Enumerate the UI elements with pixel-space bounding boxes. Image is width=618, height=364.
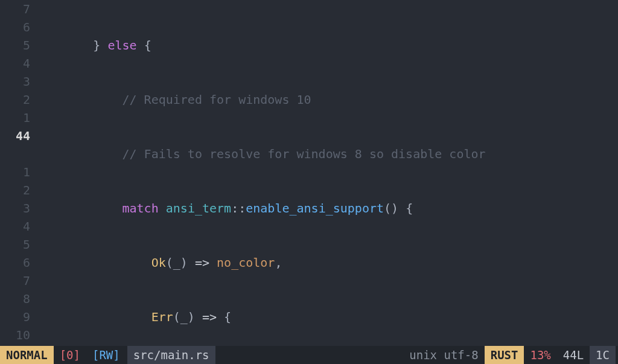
line-number: 1	[0, 109, 30, 127]
line-number: 10	[0, 326, 30, 344]
line-number: 7	[0, 272, 30, 290]
code-line[interactable]: // Required for windows 10	[35, 91, 618, 109]
encoding-indicator: unix utf-8	[403, 346, 484, 364]
current-line-number: 44	[0, 127, 30, 145]
line-number: 3	[0, 199, 30, 217]
line-number: 7	[0, 0, 30, 18]
code-area[interactable]: } else { // Required for windows 10 // F…	[35, 0, 618, 346]
editor-viewport[interactable]: 7 6 5 4 3 2 1 44 1 2 3 4 5 6 7 8 9 10 } …	[0, 0, 618, 346]
line-number-gutter: 7 6 5 4 3 2 1 44 1 2 3 4 5 6 7 8 9 10	[0, 0, 35, 346]
line-number: 6	[0, 254, 30, 272]
line-number: 2	[0, 181, 30, 199]
line-number: 6	[0, 18, 30, 36]
line-number: 4	[0, 217, 30, 235]
line-number: 5	[0, 235, 30, 254]
line-number: 1	[0, 163, 30, 181]
code-line[interactable]: // Fails to resolve for windows 8 so dis…	[35, 145, 618, 163]
status-bar: NORMAL [0] [RW] src/main.rs unix utf-8 R…	[0, 346, 618, 364]
column-indicator: 1C	[590, 346, 616, 364]
code-line[interactable]: Ok(_) => no_color,	[35, 254, 618, 272]
line-number: 5	[0, 36, 30, 54]
error-count: [0]	[54, 346, 86, 364]
line-number: 9	[0, 308, 30, 326]
code-line[interactable]: } else {	[35, 36, 618, 54]
line-number: 3	[0, 72, 30, 91]
readwrite-indicator: [RW]	[86, 346, 126, 364]
scroll-percent: 13%	[524, 346, 556, 364]
line-number	[0, 145, 30, 163]
mode-indicator: NORMAL	[0, 346, 54, 364]
code-line[interactable]: match ansi_term::enable_ansi_support() {	[35, 199, 618, 217]
language-indicator: RUST	[485, 346, 524, 364]
code-line[interactable]: Err(_) => {	[35, 308, 618, 326]
line-number: 8	[0, 290, 30, 308]
line-number: 4	[0, 54, 30, 72]
line-count: 44L	[557, 346, 590, 364]
line-number: 2	[0, 91, 30, 109]
file-path: src/main.rs	[127, 346, 215, 364]
